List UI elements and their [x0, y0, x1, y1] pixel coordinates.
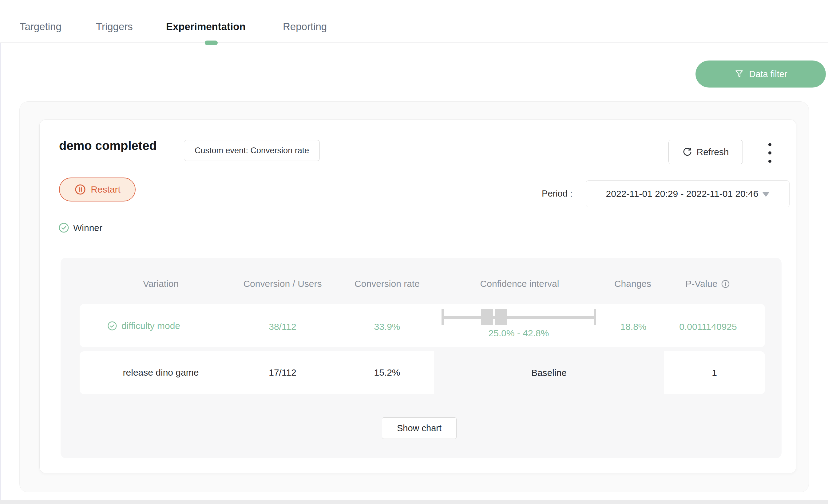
tab-label: Triggers: [96, 21, 133, 32]
period-select[interactable]: 2022-11-01 20:29 - 2022-11-01 20:46: [586, 180, 790, 207]
experiment-card: demo completed Custom event: Conversion …: [39, 120, 796, 473]
period-value: 2022-11-01 20:29 - 2022-11-01 20:46: [606, 189, 758, 199]
confidence-interval-label: 25.0% - 42.8%: [489, 328, 549, 338]
tab-bar: Targeting Triggers Experimentation Repor…: [0, 0, 828, 43]
p-value-cell: 0.0011140925: [679, 322, 737, 332]
experimentation-page: Targeting Triggers Experimentation Repor…: [0, 0, 828, 504]
refresh-button[interactable]: Refresh: [668, 140, 743, 164]
table-row-difficulty-mode[interactable]: difficulty mode 38/112 33.9% 25.0% - 42.…: [80, 304, 765, 347]
baseline-cell: Baseline: [434, 351, 664, 394]
ci-left-cap: [442, 309, 444, 325]
tab-label: Experimentation: [166, 21, 246, 32]
winner-check-icon: [107, 321, 118, 331]
tab-reporting[interactable]: Reporting: [283, 21, 327, 33]
conversion-users-cell: 38/112: [269, 322, 296, 332]
confidence-interval-chart: [442, 309, 596, 325]
results-table: Variation Conversion / Users Conversion …: [60, 258, 782, 458]
data-filter-label: Data filter: [749, 69, 787, 79]
pause-circle-icon: [74, 183, 86, 196]
table-row-release-dino-game[interactable]: release dino game 17/112 15.2%: [80, 351, 434, 394]
funnel-icon: [734, 69, 744, 79]
restart-label: Restart: [91, 184, 121, 195]
ci-box: [495, 309, 507, 325]
variation-name: difficulty mode: [121, 321, 180, 331]
conversion-rate-cell: 15.2%: [374, 367, 400, 378]
changes-cell: 18.8%: [620, 322, 646, 332]
kebab-dot: [768, 143, 772, 146]
data-filter-button[interactable]: Data filter: [696, 60, 826, 88]
conversion-rate-cell: 33.9%: [374, 322, 400, 332]
page-left-divider: [0, 0, 1, 504]
column-header-p-value: P-Value: [640, 279, 776, 289]
tab-triggers[interactable]: Triggers: [96, 21, 133, 33]
tab-experimentation[interactable]: Experimentation: [166, 21, 246, 33]
ci-line: [442, 316, 596, 319]
tab-targeting[interactable]: Targeting: [20, 21, 61, 33]
bottom-section-edge: [0, 500, 828, 504]
experiment-section: demo completed Custom event: Conversion …: [19, 101, 809, 492]
p-value-header-label: P-Value: [685, 279, 718, 289]
period-label: Period :: [486, 189, 573, 199]
tab-label: Reporting: [283, 21, 327, 32]
info-icon[interactable]: [721, 279, 730, 289]
p-value-cell[interactable]: 1: [664, 351, 765, 394]
refresh-label: Refresh: [696, 147, 729, 157]
column-header-conversion-rate: Conversion rate: [320, 279, 455, 289]
restart-button[interactable]: Restart: [59, 178, 135, 201]
tab-label: Targeting: [20, 21, 61, 32]
winner-legend: Winner: [58, 222, 102, 233]
kebab-dot: [768, 151, 772, 154]
refresh-icon: [682, 147, 693, 157]
column-header-variation: Variation: [93, 279, 229, 289]
variation-cell: difficulty mode: [107, 321, 180, 331]
experiment-title: demo completed: [59, 139, 157, 153]
variation-name: release dino game: [123, 367, 199, 378]
show-chart-button[interactable]: Show chart: [382, 417, 457, 439]
kebab-dot: [768, 160, 772, 163]
winner-label: Winner: [73, 223, 102, 233]
ci-box: [481, 309, 493, 325]
conversion-users-cell: 17/112: [269, 367, 296, 378]
event-type-badge: Custom event: Conversion rate: [184, 140, 320, 161]
more-options-button[interactable]: [764, 143, 776, 163]
chevron-down-icon: [762, 192, 769, 197]
active-tab-indicator: [205, 41, 218, 45]
winner-check-icon: [58, 222, 70, 233]
ci-right-cap: [594, 309, 596, 325]
